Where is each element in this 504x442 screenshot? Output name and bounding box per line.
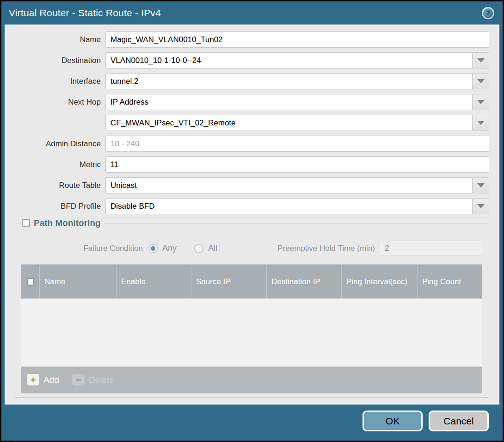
interface-field-wrap — [105, 73, 489, 89]
help-icon-glyph: ? — [483, 8, 493, 18]
minus-icon: − — [72, 374, 85, 386]
name-label: Name — [14, 35, 101, 44]
next-hop-address-dropdown-button[interactable] — [473, 115, 489, 131]
column-header-ping-count[interactable]: Ping Count — [417, 265, 482, 299]
add-button[interactable]: + Add — [27, 374, 59, 386]
next-hop-type-input[interactable] — [105, 94, 473, 110]
next-hop-dropdown-button[interactable] — [473, 94, 489, 110]
form-row-interface: Interface — [14, 73, 489, 89]
chevron-down-icon — [477, 204, 485, 208]
bfd-profile-label: BFD Profile — [14, 202, 101, 211]
screen: Virtual Router - Static Route - IPv4 ? N… — [0, 0, 504, 442]
admin-distance-label: Admin Distance — [14, 139, 101, 149]
interface-dropdown-button[interactable] — [473, 73, 489, 89]
ok-button[interactable]: OK — [363, 411, 423, 431]
path-monitoring-legend: Path Monitoring — [18, 218, 104, 228]
next-hop-label: Next Hop — [14, 98, 101, 107]
chevron-down-icon — [477, 121, 485, 125]
route-table-input[interactable] — [105, 177, 473, 193]
preemptive-hold-time-input[interactable] — [380, 241, 482, 256]
form-row-next-hop: Next Hop — [14, 94, 489, 110]
radio-any-label: Any — [162, 243, 177, 253]
column-header-name[interactable]: Name — [39, 265, 116, 299]
cancel-button[interactable]: Cancel — [429, 411, 489, 431]
form-row-metric: Metric — [14, 156, 489, 173]
radio-dot — [151, 246, 155, 251]
path-monitoring-title: Path Monitoring — [34, 218, 101, 228]
destination-field-wrap — [105, 52, 489, 68]
table-header-row: Name Enable Source IP Destination IP Pin… — [21, 265, 482, 299]
failure-condition-option-all: All — [194, 243, 217, 253]
radio-any[interactable] — [148, 244, 158, 253]
column-header-destination-ip[interactable]: Destination IP — [266, 265, 341, 299]
interface-input[interactable] — [105, 73, 473, 89]
column-header-ping-interval[interactable]: Ping Interval(sec) — [341, 265, 417, 299]
table-footer-bar: + Add − Delete — [21, 367, 482, 393]
delete-button[interactable]: − Delete — [72, 374, 114, 386]
route-table-dropdown-button[interactable] — [473, 177, 489, 193]
table-body-empty — [21, 299, 482, 367]
bfd-profile-dropdown-button[interactable] — [473, 198, 489, 214]
preemptive-hold-time-label: Preemptive Hold Time (min) — [277, 244, 380, 253]
help-icon[interactable]: ? — [482, 7, 494, 19]
admin-distance-input[interactable] — [105, 136, 489, 152]
virtual-router-static-route-dialog: Virtual Router - Static Route - IPv4 ? N… — [1, 1, 503, 441]
dialog-body-frame: Name Destination — [5, 25, 499, 405]
bfd-profile-field-wrap — [105, 198, 489, 214]
dialog-body: Name Destination — [6, 25, 498, 404]
failure-condition-option-any: Any — [148, 243, 177, 253]
path-monitoring-controls: Failure Condition Any All — [21, 237, 482, 264]
route-table-label: Route Table — [14, 181, 101, 190]
next-hop-address-input[interactable] — [105, 115, 473, 131]
chevron-down-icon — [477, 100, 485, 104]
next-hop-address-field-wrap — [105, 115, 489, 131]
select-all-checkbox[interactable] — [27, 278, 34, 286]
destination-input[interactable] — [105, 52, 473, 68]
form-row-name: Name — [14, 31, 489, 48]
form-row-destination: Destination — [14, 52, 489, 68]
radio-dot — [197, 246, 201, 251]
name-input[interactable] — [105, 31, 489, 48]
route-table-field-wrap — [105, 177, 489, 193]
dialog-titlebar: Virtual Router - Static Route - IPv4 ? — [1, 1, 503, 25]
destination-label: Destination — [14, 56, 101, 65]
form-row-admin-distance: Admin Distance — [14, 136, 489, 152]
select-all-cell — [21, 265, 39, 299]
destination-dropdown-button[interactable] — [473, 52, 489, 68]
column-header-source-ip[interactable]: Source IP — [191, 265, 266, 299]
add-button-label: Add — [43, 375, 59, 385]
form-row-route-table: Route Table — [14, 177, 489, 193]
chevron-down-icon — [477, 183, 485, 187]
path-monitoring-section: Path Monitoring Failure Condition Any — [14, 224, 489, 398]
path-monitoring-table: Name Enable Source IP Destination IP Pin… — [21, 264, 482, 393]
chevron-down-icon — [477, 58, 485, 62]
next-hop-field-wrap — [105, 94, 489, 110]
radio-all-label: All — [208, 243, 217, 253]
failure-condition-label: Failure Condition — [21, 244, 148, 253]
metric-input[interactable] — [105, 156, 489, 173]
radio-all[interactable] — [194, 244, 203, 253]
form-row-bfd-profile: BFD Profile — [14, 198, 489, 214]
interface-label: Interface — [14, 77, 101, 86]
chevron-down-icon — [477, 79, 485, 83]
dialog-footer: OK Cancel — [1, 405, 503, 441]
bfd-profile-input[interactable] — [105, 198, 473, 214]
metric-label: Metric — [14, 160, 101, 169]
form-row-next-hop-address — [14, 115, 489, 131]
metric-field-wrap — [105, 156, 489, 173]
dialog-title: Virtual Router - Static Route - IPv4 — [9, 7, 161, 19]
column-header-enable[interactable]: Enable — [116, 265, 191, 299]
path-monitoring-checkbox[interactable] — [22, 219, 30, 227]
admin-distance-field-wrap — [105, 136, 489, 152]
name-field-wrap — [105, 31, 489, 48]
plus-icon: + — [27, 374, 39, 386]
delete-button-label: Delete — [89, 375, 114, 385]
